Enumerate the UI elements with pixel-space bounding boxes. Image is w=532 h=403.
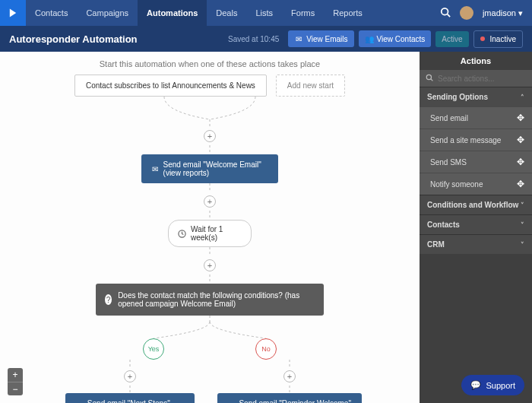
- section-crm[interactable]: CRM˅: [420, 234, 532, 254]
- page-title: Autoresponder Automation: [9, 33, 138, 45]
- nav-forms[interactable]: Forms: [282, 0, 324, 26]
- support-button[interactable]: 💬 Support: [461, 375, 524, 395]
- add-step-button[interactable]: +: [204, 195, 216, 208]
- send-email-node-no[interactable]: ✉ Send email "Reminder Welcome" (view re…: [217, 393, 362, 403]
- sub-header: Autoresponder Automation Saved at 10:45 …: [0, 26, 532, 52]
- connector: [209, 183, 211, 192]
- plus-icon: ✥: [517, 157, 524, 167]
- question-icon: ?: [105, 294, 112, 305]
- branch-connector: [134, 316, 286, 338]
- connector: [209, 145, 211, 154]
- status-inactive-button[interactable]: Inactive: [473, 30, 523, 48]
- chevron-down-icon: ˅: [521, 241, 524, 249]
- status-active-button[interactable]: Active: [435, 31, 468, 47]
- svg-point-0: [442, 8, 448, 14]
- zoom-in-button[interactable]: +: [8, 368, 23, 382]
- envelope-icon: ✉: [152, 164, 159, 173]
- search-input[interactable]: [438, 75, 526, 83]
- chevron-up-icon: ˄: [521, 94, 524, 101]
- section-conditions[interactable]: Conditions and Workflow˅: [420, 195, 532, 214]
- send-email-node-yes[interactable]: ✉ Send email "Next Steps" (view reports): [65, 393, 195, 403]
- section-sending[interactable]: Sending Options˄: [420, 87, 532, 106]
- clock-icon: [178, 229, 186, 238]
- add-step-button[interactable]: +: [204, 259, 216, 271]
- saved-timestamp: Saved at 10:45: [228, 35, 279, 43]
- search-icon: [426, 74, 433, 83]
- connector: [209, 247, 211, 256]
- svg-line-1: [448, 14, 451, 17]
- connector: [134, 97, 286, 127]
- chat-icon: 💬: [470, 380, 481, 390]
- wait-node[interactable]: Wait for 1 week(s): [168, 220, 252, 247]
- connector: [209, 211, 211, 220]
- action-send-site-message[interactable]: Send a site message✥: [420, 129, 532, 151]
- action-send-sms[interactable]: Send SMS✥: [420, 151, 532, 173]
- top-nav: Contacts Campaigns Automations Deals Lis…: [0, 0, 532, 26]
- zoom-out-button[interactable]: −: [8, 382, 23, 395]
- chevron-down-icon: ˅: [521, 221, 524, 229]
- connector: [129, 360, 131, 367]
- section-contacts[interactable]: Contacts˅: [420, 214, 532, 234]
- envelope-icon: ✉: [294, 34, 303, 43]
- action-notify-someone[interactable]: Notify someone✥: [420, 173, 532, 195]
- sidebar-search[interactable]: [420, 70, 532, 87]
- nav-reports[interactable]: Reports: [324, 0, 372, 26]
- add-step-button[interactable]: +: [124, 370, 136, 382]
- svg-point-14: [426, 75, 431, 79]
- automation-canvas[interactable]: Start this automation when one of these …: [0, 52, 420, 403]
- trigger-node[interactable]: Contact subscribes to list Announcements…: [74, 75, 267, 97]
- zoom-control: + −: [8, 368, 23, 395]
- connector: [289, 386, 290, 393]
- nav-deals[interactable]: Deals: [207, 0, 246, 26]
- nav-campaigns[interactable]: Campaigns: [77, 0, 138, 26]
- avatar[interactable]: [460, 6, 473, 20]
- main-nav: Contacts Campaigns Automations Deals Lis…: [26, 0, 372, 26]
- view-contacts-button[interactable]: 👥 View Contacts: [359, 30, 432, 47]
- add-start-button[interactable]: Add new start: [276, 75, 345, 97]
- add-step-button[interactable]: +: [204, 130, 216, 142]
- nav-automations[interactable]: Automations: [138, 0, 207, 26]
- action-send-email[interactable]: Send email✥: [420, 106, 532, 129]
- no-branch[interactable]: No: [255, 338, 277, 360]
- connector: [129, 386, 131, 393]
- plus-icon: ✥: [517, 113, 524, 123]
- plus-icon: ✥: [517, 135, 524, 145]
- chevron-down-icon: ˅: [521, 202, 524, 209]
- svg-line-15: [431, 79, 433, 81]
- condition-node[interactable]: ? Does the contact match the following c…: [96, 284, 324, 316]
- view-emails-button[interactable]: ✉ View Emails: [288, 30, 353, 47]
- yes-branch[interactable]: Yes: [143, 338, 164, 360]
- send-email-node-1[interactable]: ✉ Send email "Welcome Email" (view repor…: [141, 154, 278, 183]
- nav-lists[interactable]: Lists: [246, 0, 282, 26]
- connector: [209, 274, 211, 284]
- sidebar-title: Actions: [420, 52, 532, 70]
- add-step-button[interactable]: +: [283, 370, 296, 382]
- search-icon[interactable]: [440, 7, 451, 20]
- nav-contacts[interactable]: Contacts: [26, 0, 77, 26]
- logo[interactable]: [0, 0, 26, 26]
- plus-icon: ✥: [517, 179, 524, 189]
- actions-sidebar: Actions Sending Options˄ Send email✥ Sen…: [420, 52, 532, 403]
- username[interactable]: jmadison ▾: [483, 8, 523, 18]
- people-icon: 👥: [365, 34, 374, 43]
- connector: [289, 360, 290, 367]
- start-hint: Start this automation when one of these …: [0, 59, 420, 68]
